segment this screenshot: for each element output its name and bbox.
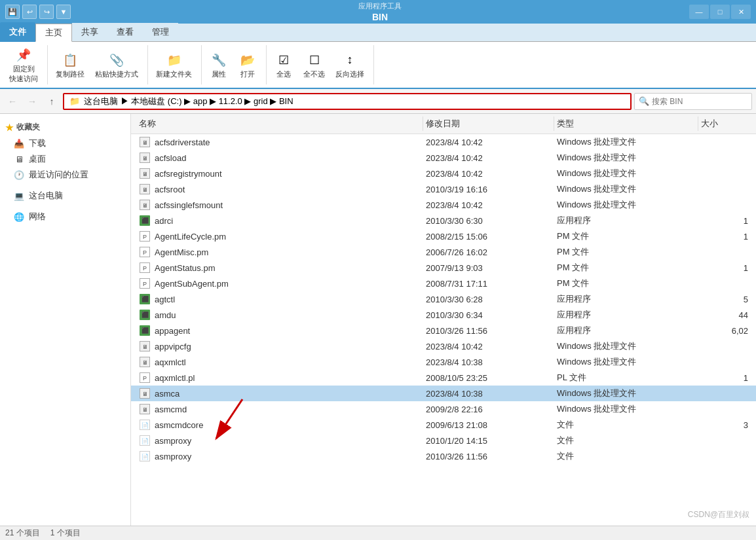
file-type-icon: 🖥	[139, 183, 151, 195]
search-box[interactable]: 🔍	[634, 93, 752, 110]
ribbon-group-select: ☑ 全选 ☐ 全不选 ↕ 反向选择	[271, 45, 374, 84]
sidebar-item-download[interactable]: 📥 下载	[0, 135, 130, 151]
new-folder-btn[interactable]: 📁 新建文件夹	[152, 48, 196, 82]
tab-home[interactable]: 主页	[35, 24, 72, 42]
table-row[interactable]: 🖥 acfsregistrymount 2023/8/4 10:42 Windo…	[131, 166, 756, 181]
table-row[interactable]: P AgentStatus.pm 2007/9/13 9:03 PM 文件 1	[131, 260, 756, 276]
undo-btn[interactable]: ↩	[22, 5, 37, 19]
paste-shortcut-btn[interactable]: 📎 粘贴快捷方式	[91, 48, 142, 82]
table-row[interactable]: 🖥 aqxmlctl 2023/8/4 10:38 Windows 批处理文件	[131, 354, 756, 370]
sidebar-item-recent[interactable]: 🕐 最近访问的位置	[0, 167, 130, 183]
maximize-button[interactable]: □	[710, 5, 730, 19]
file-size	[698, 204, 751, 206]
computer-icon: 💻	[13, 190, 25, 202]
table-row[interactable]: 📄 asmcmdcore 2009/6/13 21:08 文件 3	[131, 417, 756, 433]
table-row[interactable]: ⬛ appagent 2010/3/26 11:56 应用程序 6,02	[131, 323, 756, 338]
col-name[interactable]: 名称	[136, 117, 423, 131]
table-row[interactable]: ⬛ adrci 2010/3/30 6:30 应用程序 1	[131, 213, 756, 228]
table-row[interactable]: P AgentMisc.pm 2006/7/26 16:02 PM 文件	[131, 244, 756, 260]
file-type: Windows 批处理文件	[554, 167, 698, 180]
file-name: asmproxy	[155, 436, 191, 446]
file-size	[698, 408, 751, 410]
table-row[interactable]: P AgentSubAgent.pm 2008/7/31 17:11 PM 文件	[131, 276, 756, 291]
file-type: Windows 批处理文件	[554, 135, 698, 149]
file-name: aqxmlctl	[155, 357, 186, 367]
table-row[interactable]: P aqxmlctl.pl 2008/10/5 23:25 PL 文件 1	[131, 370, 756, 386]
address-box[interactable]: 📁 这台电脑 ▶ 本地磁盘 (C:) ▶ app ▶ 11.2.0 ▶ grid…	[63, 93, 632, 110]
sidebar-item-network-label: 网络	[29, 211, 46, 223]
dropdown-btn[interactable]: ▼	[56, 5, 71, 19]
file-type-icon: 🖥	[139, 152, 151, 164]
properties-label: 属性	[212, 69, 226, 79]
open-btn[interactable]: 📂 打开	[235, 48, 261, 82]
pin-label: 固定到快速访问	[9, 64, 38, 84]
table-row[interactable]: 📄 asmproxy 2010/3/26 11:56 文件	[131, 448, 756, 464]
search-input[interactable]	[652, 97, 747, 106]
forward-button[interactable]: →	[24, 93, 41, 110]
table-row[interactable]: 🖥 acfsdriverstate 2023/8/4 10:42 Windows…	[131, 134, 756, 150]
table-row[interactable]: ⬛ amdu 2010/3/30 6:34 应用程序 44	[131, 307, 756, 323]
back-button[interactable]: ←	[4, 93, 21, 110]
file-date: 2008/2/15 15:06	[423, 231, 554, 242]
table-row[interactable]: ⬛ agtctl 2010/3/30 6:28 应用程序 5	[131, 291, 756, 307]
tab-manage[interactable]: 管理	[143, 23, 178, 41]
watermark: CSDN@百里刘叔	[688, 509, 749, 520]
col-type[interactable]: 类型	[554, 117, 698, 131]
table-row[interactable]: 🖥 acfsroot 2010/3/19 16:16 Windows 批处理文件	[131, 181, 756, 197]
pin-to-quick-access-btn[interactable]: 📌 固定到快速访问	[5, 43, 42, 86]
file-name: AgentMisc.pm	[155, 247, 208, 257]
save-btn[interactable]: 💾	[5, 5, 20, 19]
minimize-button[interactable]: —	[689, 5, 709, 19]
tab-view[interactable]: 查看	[107, 23, 143, 41]
sidebar-item-recent-label: 最近访问的位置	[29, 169, 88, 181]
copy-path-btn[interactable]: 📋 复制路径	[52, 48, 88, 82]
file-date: 2023/8/4 10:42	[423, 168, 554, 179]
table-row[interactable]: 🖥 acfsload 2023/8/4 10:42 Windows 批处理文件	[131, 150, 756, 166]
table-row[interactable]: 🖥 asmca 2023/8/4 10:38 Windows 批处理文件	[131, 386, 756, 401]
file-size	[698, 393, 751, 394]
file-type-icon: P	[139, 372, 151, 384]
table-row[interactable]: 📄 asmproxy 2010/1/20 14:15 文件	[131, 433, 756, 448]
close-button[interactable]: ✕	[731, 5, 751, 19]
file-type: 应用程序	[554, 308, 698, 321]
file-type-icon: 🖥	[139, 403, 151, 415]
file-list-header: 名称 修改日期 类型 大小	[131, 114, 756, 134]
file-type-icon: 📄	[139, 450, 151, 462]
table-row[interactable]: 🖥 asmcmd 2009/2/8 22:16 Windows 批处理文件	[131, 401, 756, 417]
properties-btn[interactable]: 🔧 属性	[206, 48, 232, 82]
tab-share[interactable]: 共享	[72, 23, 107, 41]
sidebar-item-desktop[interactable]: 🖥 桌面	[0, 151, 130, 167]
col-date[interactable]: 修改日期	[423, 117, 554, 131]
table-row[interactable]: 🖥 appvipcfg 2023/8/4 10:42 Windows 批处理文件	[131, 338, 756, 354]
file-type: Windows 批处理文件	[554, 387, 698, 400]
up-button[interactable]: ↑	[43, 93, 60, 110]
network-section: 🌐 网络	[0, 209, 130, 225]
file-type-icon: ⬛	[139, 293, 151, 305]
invert-label: 反向选择	[335, 69, 364, 79]
invert-btn[interactable]: ↕ 反向选择	[331, 48, 368, 82]
col-size[interactable]: 大小	[698, 117, 751, 131]
sidebar-item-network[interactable]: 🌐 网络	[0, 209, 130, 225]
select-none-label: 全不选	[303, 69, 325, 79]
sidebar-item-this-pc[interactable]: 💻 这台电脑	[0, 188, 130, 204]
file-type: 文件	[554, 418, 698, 431]
file-date: 2006/7/26 16:02	[423, 247, 554, 258]
table-row[interactable]: P AgentLifeCycle.pm 2008/2/15 15:06 PM 文…	[131, 228, 756, 244]
paste-shortcut-label: 粘贴快捷方式	[95, 69, 138, 79]
select-all-label: 全选	[276, 69, 291, 79]
file-size: 6,02	[698, 325, 751, 336]
table-row[interactable]: 🖥 acfssinglefsmount 2023/8/4 10:42 Windo…	[131, 197, 756, 213]
copy-path-label: 复制路径	[56, 69, 85, 79]
file-type-icon: 📄	[139, 435, 151, 446]
file-date: 2023/8/4 10:38	[423, 357, 554, 368]
file-size	[698, 361, 751, 363]
select-none-btn[interactable]: ☐ 全不选	[299, 48, 329, 82]
redo-btn[interactable]: ↪	[39, 5, 54, 19]
selected-count: 1 个项目	[50, 528, 81, 539]
select-all-btn[interactable]: ☑ 全选	[271, 48, 297, 82]
tab-file[interactable]: 文件	[0, 22, 35, 42]
file-date: 2007/9/13 9:03	[423, 262, 554, 274]
file-date: 2010/3/30 6:30	[423, 215, 554, 226]
file-name: AgentLifeCycle.pm	[155, 232, 226, 242]
address-bar-container: ← → ↑ 📁 这台电脑 ▶ 本地磁盘 (C:) ▶ app ▶ 11.2.0 …	[0, 89, 756, 114]
